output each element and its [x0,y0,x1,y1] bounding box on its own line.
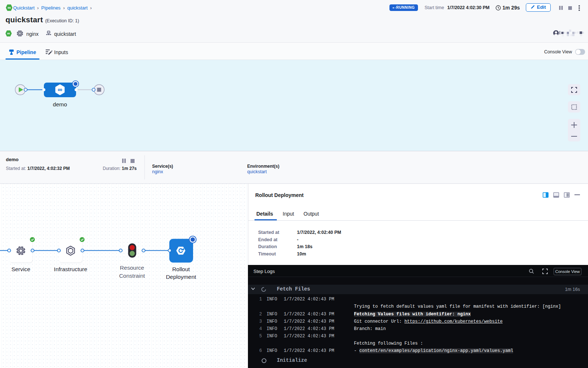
svg-text:Resource: Resource [120,265,144,271]
svg-text:∞: ∞ [58,86,62,93]
svg-text:Rollout: Rollout [172,266,190,272]
svg-text:∞: ∞ [7,31,10,35]
svg-text:Service: Service [11,266,30,272]
svg-text:Constraint: Constraint [119,273,145,279]
svg-text:Deployment: Deployment [166,274,196,280]
svg-text:∞: ∞ [8,5,11,10]
svg-text:demo: demo [53,101,67,107]
svg-text:Infrastructure: Infrastructure [54,266,87,272]
